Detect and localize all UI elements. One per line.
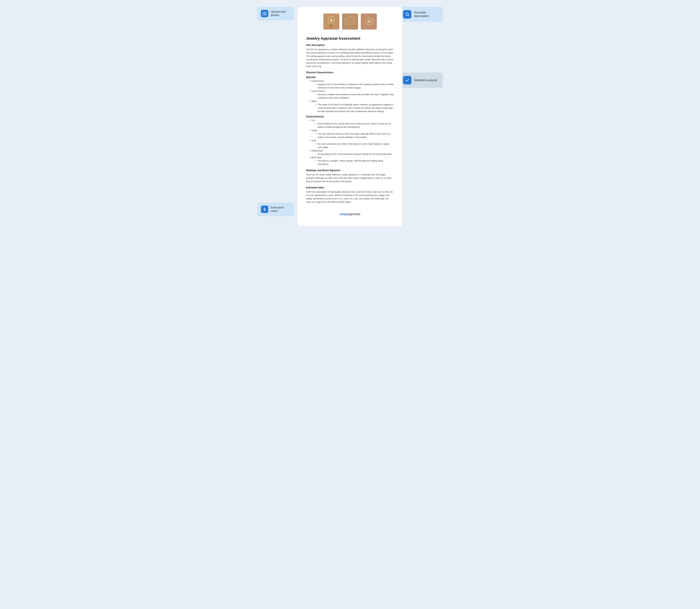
cut-detail: Round brilliant for the central stone an…	[315, 122, 394, 129]
design-item-setting-style: Setting Style Prong setting for the cent…	[309, 149, 394, 156]
estimated-btn-label: Estimated value	[271, 206, 291, 213]
estimated-value-container: Estimated value	[257, 203, 294, 216]
color-detail: No overt colorations are visible in the …	[315, 142, 394, 149]
upload-photos-button[interactable]: Upload item photos	[257, 7, 294, 20]
design-elements-subheading: Design Elements	[306, 115, 394, 118]
band-style-detail: The band is a straight, uniform design, …	[315, 159, 394, 166]
left-panel: Upload item photos	[257, 7, 294, 20]
materials-subheading: Materials	[306, 76, 394, 78]
materials-list: Central Stone Appears to be a round bril…	[309, 79, 394, 113]
svg-point-15	[368, 21, 370, 22]
accent-stones-detail: Numerous smaller round brilliant cut dia…	[315, 93, 394, 100]
svg-rect-5	[330, 24, 333, 28]
page-wrapper: Upload item photos Estimated value Accur…	[257, 7, 443, 226]
cut-details: Round brilliant for the central stone an…	[315, 122, 394, 129]
band-style-label: Band Style	[311, 156, 321, 159]
materials-item-central-stone: Central Stone Appears to be a round bril…	[309, 79, 394, 89]
physical-characteristics-heading: Physical Characteristics	[306, 71, 394, 74]
detailed-btn-label: Detailed analysis	[414, 79, 437, 82]
color-label: Color	[311, 139, 316, 142]
dollar-icon	[261, 206, 268, 213]
markings-heading: Markings and Brand Signature	[306, 169, 394, 172]
estimated-value-heading: Estimated Value	[306, 186, 394, 189]
materials-item-metal: Metal The metal of the band is not expli…	[309, 100, 394, 113]
setting-style-detail: Prong setting for the central diamond an…	[315, 152, 394, 156]
markings-text: There are no clearly visible hallmarks, …	[306, 173, 394, 183]
color-details: No overt colorations are visible in the …	[315, 142, 394, 149]
clarity-detail: The main diamond seems to have fine clar…	[315, 132, 394, 139]
estimated-value-text: Given the presumption of high-quality di…	[306, 190, 394, 204]
central-stone-label: Central Stone	[311, 80, 324, 82]
detailed-analysis-button[interactable]: Detailed analysis	[399, 73, 443, 88]
photo-thumbnail-3[interactable]	[361, 14, 377, 30]
design-list: Cut Round brilliant for the central ston…	[309, 119, 394, 166]
materials-item-accent-stones: Accent Stones Numerous smaller round bri…	[309, 89, 394, 100]
app-logo: snapappraise	[306, 212, 394, 216]
setting-style-label: Setting Style	[311, 150, 323, 152]
svg-rect-11	[346, 19, 354, 22]
central-stone-detail: Appears to be a round brilliant cut diam…	[315, 83, 394, 89]
svg-point-4	[330, 19, 332, 21]
central-stone-details: Appears to be a round brilliant cut diam…	[315, 83, 394, 89]
metal-detail: The metal of the band is not explicitly …	[315, 103, 394, 113]
design-item-band-style: Band Style The band is a straight, unifo…	[309, 156, 394, 166]
logo-appraise: appraise	[348, 212, 361, 216]
accurate-description-button[interactable]: Accurate description	[399, 7, 443, 22]
photo-thumbnails-row	[298, 7, 402, 35]
camera-icon	[261, 10, 268, 17]
accurate-btn-label: Accurate description	[414, 11, 439, 18]
report-content: Jewelry Appraisal Assessment Item Descri…	[298, 35, 402, 216]
design-item-cut: Cut Round brilliant for the central ston…	[309, 119, 394, 129]
photo-thumbnail-2[interactable]	[342, 14, 358, 30]
logo-snap: snap	[339, 212, 348, 216]
right-panel: Accurate description Detailed analysis	[399, 7, 443, 88]
metal-label: Metal	[311, 100, 316, 102]
metal-details: The metal of the band is not explicitly …	[315, 103, 394, 113]
clarity-details: The main diamond seems to have fine clar…	[315, 132, 394, 139]
band-style-details: The band is a straight, uniform design, …	[315, 159, 394, 166]
main-content-card: Jewelry Appraisal Assessment Item Descri…	[298, 7, 402, 226]
accent-stones-details: Numerous smaller round brilliant cut dia…	[315, 93, 394, 100]
item-description-text: The item for appraisal is a solitaire di…	[306, 48, 394, 68]
photo-thumbnail-1[interactable]	[323, 14, 339, 30]
accent-stones-label: Accent Stones	[311, 90, 325, 92]
checkmark-icon	[403, 76, 412, 84]
item-description-heading: Item Description	[306, 44, 394, 47]
clarity-label: Clarity	[311, 129, 317, 132]
setting-style-details: Prong setting for the central diamond an…	[315, 152, 394, 156]
report-title: Jewelry Appraisal Assessment	[306, 36, 394, 41]
upload-btn-label: Upload item photos	[271, 10, 291, 17]
design-item-color: Color No overt colorations are visible i…	[309, 139, 394, 149]
search-icon	[403, 10, 412, 19]
estimated-value-button[interactable]: Estimated value	[257, 203, 294, 216]
design-item-clarity: Clarity The main diamond seems to have f…	[309, 129, 394, 139]
cut-label: Cut	[311, 119, 314, 122]
